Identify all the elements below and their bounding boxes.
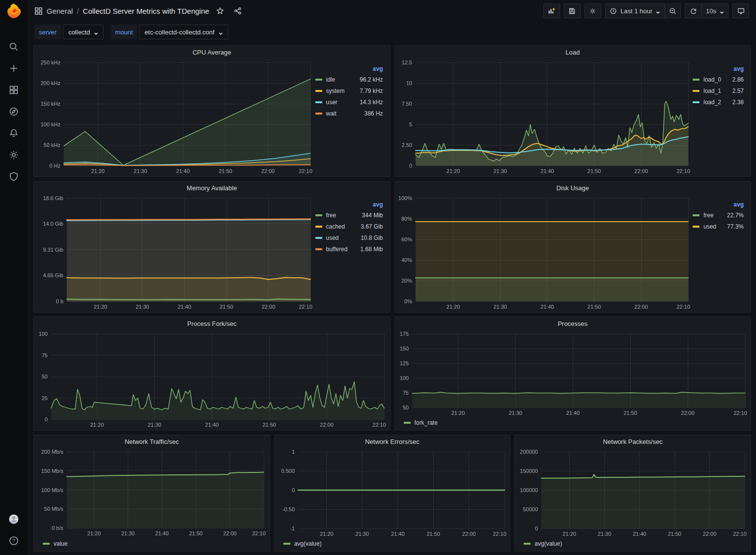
configuration-gear-icon[interactable]: [8, 149, 19, 160]
admin-shield-icon[interactable]: [8, 171, 19, 182]
legend-series-name[interactable]: free: [703, 212, 727, 219]
chart-load[interactable]: 02.5057.501012.521:2021:3021:4021:5022:0…: [397, 58, 692, 175]
legend-item[interactable]: load_22.38: [693, 97, 744, 108]
variable-mount-value-dropdown[interactable]: etc-collectd-collectd.conf: [139, 25, 228, 39]
panel-load: Load 02.5057.501012.521:2021:3021:4021:5…: [394, 45, 752, 177]
svg-text:0: 0: [45, 416, 48, 422]
legend-series-name[interactable]: wait: [326, 110, 364, 117]
legend-series-name[interactable]: buffered: [326, 246, 361, 253]
grafana-logo[interactable]: [3, 0, 25, 22]
legend-item[interactable]: avg(value): [283, 540, 322, 547]
search-icon[interactable]: [8, 41, 19, 52]
series-color-swatch: [315, 113, 322, 115]
svg-text:21:50: 21:50: [668, 531, 682, 537]
legend-series-name[interactable]: cached: [326, 223, 361, 230]
time-range-picker[interactable]: Last 1 hour: [605, 3, 664, 18]
panel-title-cpu-average[interactable]: CPU Average: [34, 46, 390, 58]
svg-text:100 Mb/s: 100 Mb/s: [41, 487, 64, 493]
chart-cpu-average[interactable]: 0 Hz50 kHz100 kHz150 kHz200 kHz250 kHz21…: [36, 58, 314, 175]
legend-item[interactable]: value: [43, 540, 68, 547]
legend-item[interactable]: free22.7%: [693, 210, 744, 221]
panel-network-packets: Network Packets/sec 05000010000015000020…: [514, 435, 751, 552]
svg-text:21:50: 21:50: [189, 530, 203, 536]
legend-item[interactable]: fork_rate: [404, 419, 438, 426]
legend-series-name[interactable]: load_2: [703, 99, 732, 106]
legend-item[interactable]: idle96.2 kHz: [315, 74, 383, 85]
chart-processes[interactable]: 507510012515017521:2021:3021:4021:5022:0…: [397, 330, 749, 417]
legend-item[interactable]: load_02.86: [693, 74, 744, 85]
dashboards-icon[interactable]: [8, 85, 19, 95]
panel-title-network-traffic[interactable]: Network Traffic/sec: [34, 435, 270, 448]
refresh-interval-dropdown[interactable]: 10s: [701, 3, 728, 18]
svg-text:22:10: 22:10: [299, 304, 312, 310]
svg-text:21:50: 21:50: [426, 531, 440, 537]
svg-text:1: 1: [292, 449, 295, 455]
legend-item[interactable]: avg(value): [524, 540, 562, 547]
svg-text:250 kHz: 250 kHz: [41, 59, 60, 65]
legend-item[interactable]: used77.3%: [693, 221, 744, 232]
legend-item[interactable]: cached3.67 Gib: [315, 221, 383, 232]
panel-title-network-errors[interactable]: Network Errors/sec: [275, 435, 510, 448]
series-color-swatch: [693, 214, 700, 216]
legend-series-name[interactable]: load_0: [703, 76, 732, 83]
legend-item[interactable]: load_12.57: [693, 86, 744, 96]
legend-item[interactable]: buffered1.68 Mib: [315, 244, 383, 255]
create-plus-icon[interactable]: [8, 63, 19, 74]
panel-title-network-packets[interactable]: Network Packets/sec: [515, 435, 751, 448]
legend-series-name[interactable]: user: [326, 99, 360, 106]
svg-text:200000: 200000: [520, 449, 538, 455]
legend-series-name[interactable]: system: [326, 88, 360, 94]
legend-series-name[interactable]: fork_rate: [415, 419, 438, 426]
legend-series-name[interactable]: idle: [326, 76, 360, 83]
share-icon[interactable]: [231, 4, 245, 17]
legend-series-name[interactable]: avg(value): [534, 540, 562, 547]
legend-series-name[interactable]: value: [54, 540, 68, 547]
chart-network-traffic[interactable]: 0 b/s50 Mb/s100 Mb/s150 Mb/s200 Mb/s21:2…: [36, 448, 268, 538]
svg-text:2.50: 2.50: [401, 142, 412, 148]
save-dashboard-button[interactable]: [564, 3, 581, 18]
add-panel-button[interactable]: [543, 3, 560, 18]
chart-memory-available[interactable]: 0 b4.66 Gib9.31 Gib14.0 Gib18.6 Gib21:20…: [36, 194, 314, 311]
legend-avg-header: avg: [315, 201, 383, 208]
legend-disk-usage: avgfree22.7%used77.3%: [692, 194, 749, 311]
dashboard-toolbar: Last 1 hour 10s: [543, 3, 749, 18]
svg-text:21:40: 21:40: [178, 304, 192, 310]
panel-title-processes[interactable]: Processes: [395, 317, 751, 330]
help-icon[interactable]: ?: [8, 535, 19, 546]
cycle-view-mode-button[interactable]: [732, 3, 749, 18]
svg-text:21:30: 21:30: [148, 422, 162, 428]
variable-server-value-dropdown[interactable]: collectd: [63, 25, 104, 39]
refresh-button[interactable]: [685, 3, 701, 18]
legend-series-name[interactable]: avg(value): [294, 540, 322, 547]
breadcrumb-folder[interactable]: General: [47, 7, 73, 15]
legend-series-name[interactable]: used: [703, 223, 727, 230]
legend-series-value: 386 Hz: [364, 110, 383, 117]
legend-item[interactable]: free344 Mib: [315, 210, 383, 221]
panel-title-memory-available[interactable]: Memory Available: [34, 181, 390, 194]
star-icon[interactable]: [213, 4, 227, 17]
panel-title-process-fork[interactable]: Process Fork/sec: [34, 317, 390, 330]
svg-text:7.50: 7.50: [401, 101, 412, 107]
panel-title-load[interactable]: Load: [395, 46, 751, 58]
user-avatar[interactable]: [8, 514, 19, 525]
legend-item[interactable]: wait386 Hz: [315, 108, 383, 119]
chart-network-errors[interactable]: -1-0.5000.500121:2021:3021:4021:5022:002…: [277, 448, 508, 538]
explore-compass-icon[interactable]: [8, 106, 19, 117]
legend-item[interactable]: system7.79 kHz: [315, 86, 383, 96]
dashboard-settings-button[interactable]: [585, 3, 601, 18]
zoom-out-button[interactable]: [664, 3, 681, 18]
svg-text:22:10: 22:10: [493, 531, 506, 537]
legend-series-name[interactable]: used: [326, 234, 361, 241]
legend-item[interactable]: user14.3 kHz: [315, 97, 383, 108]
chart-network-packets[interactable]: 05000010000015000020000021:2021:3021:402…: [517, 448, 749, 538]
legend-avg-header: avg: [315, 65, 383, 72]
legend-network-traffic: value: [36, 538, 268, 550]
chart-process-fork[interactable]: 025507510021:2021:3021:4021:5022:0022:10: [36, 330, 388, 429]
legend-item[interactable]: used10.8 Gib: [315, 233, 383, 243]
svg-text:12.5: 12.5: [401, 59, 412, 65]
chart-disk-usage[interactable]: 0%20%40%60%80%100%21:2021:3021:4021:5022…: [397, 194, 692, 311]
panel-title-disk-usage[interactable]: Disk Usage: [395, 181, 751, 194]
legend-series-name[interactable]: load_1: [703, 88, 732, 94]
alerting-bell-icon[interactable]: [8, 128, 19, 139]
legend-series-name[interactable]: free: [326, 212, 362, 219]
